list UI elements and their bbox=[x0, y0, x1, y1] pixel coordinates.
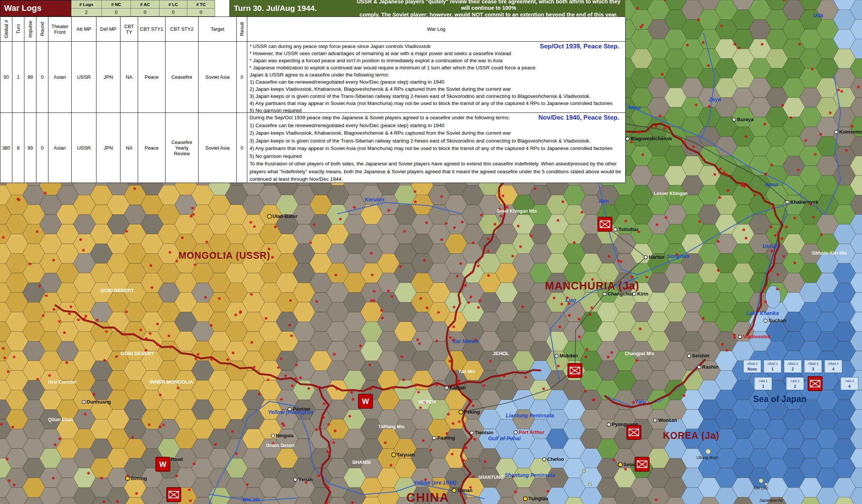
city-marker[interactable] bbox=[445, 386, 448, 390]
city-marker[interactable] bbox=[555, 354, 558, 358]
sea-box-value: 3 bbox=[812, 367, 814, 371]
region-label: Ordos Desert bbox=[266, 443, 295, 448]
col-header-global: Global # bbox=[0, 17, 12, 42]
city-label: Seishin bbox=[692, 353, 709, 358]
city-marker[interactable] bbox=[524, 497, 528, 501]
city-marker[interactable] bbox=[603, 292, 606, 296]
city-seoul[interactable]: Seoul bbox=[618, 462, 637, 467]
water-label: Nen bbox=[599, 198, 609, 204]
city-marker[interactable] bbox=[607, 423, 611, 426]
cell-impulse: 99 bbox=[24, 42, 36, 113]
city-marker[interactable] bbox=[268, 214, 272, 219]
tc-counter-value[interactable]: 0 bbox=[187, 9, 215, 16]
city-label: Ningsia bbox=[276, 433, 294, 438]
water-label: Zeya bbox=[709, 96, 721, 102]
city-marker[interactable] bbox=[459, 410, 463, 414]
city-marker[interactable] bbox=[764, 319, 767, 322]
city-marker[interactable] bbox=[626, 137, 629, 141]
cell-target: Soviet Asia bbox=[199, 113, 237, 183]
city-marker[interactable] bbox=[392, 453, 396, 457]
cell-turn: 1 bbox=[12, 42, 24, 113]
city-label: Peking bbox=[464, 409, 480, 415]
city-marker[interactable] bbox=[786, 201, 789, 204]
city-marker[interactable] bbox=[618, 463, 623, 467]
city-marker[interactable] bbox=[433, 436, 436, 440]
city-marker[interactable] bbox=[82, 400, 86, 404]
city-marker[interactable] bbox=[514, 431, 518, 434]
city-marker[interactable] bbox=[698, 366, 701, 369]
water-label: Xar Meron bbox=[452, 338, 478, 344]
sea-box-allied-2: Allied 22 bbox=[784, 360, 802, 373]
city-changchun[interactable]: Changchun bbox=[603, 291, 635, 297]
city-marker[interactable] bbox=[739, 335, 742, 339]
nc-counter-value[interactable]: 0 bbox=[102, 9, 131, 16]
city-label: Vladivostok bbox=[743, 334, 771, 339]
logs-counter-label: # Logs bbox=[71, 0, 101, 9]
cell-target: Soviet Asia bbox=[199, 42, 237, 113]
cell-attmp: USSR bbox=[72, 42, 96, 113]
cell-result: 0 bbox=[237, 42, 247, 113]
col-header-cbtsty1: CBT STY1 bbox=[138, 17, 165, 42]
city-label: Paotow bbox=[293, 406, 310, 412]
water-label: Songhua bbox=[667, 253, 689, 259]
city-marker[interactable] bbox=[633, 292, 636, 296]
city-port-arthur[interactable]: Port Arthur bbox=[514, 429, 545, 435]
city-blagoveshchensk[interactable]: Blagoveshchensk bbox=[626, 136, 672, 141]
unit-counter-naval[interactable] bbox=[808, 376, 822, 391]
sea-box-axis-1: Axis 11 bbox=[754, 377, 772, 390]
city-dunhuang[interactable]: Dunhuang bbox=[82, 399, 111, 405]
water-label: Amur bbox=[764, 182, 779, 188]
city-label: Komsomolsk bbox=[839, 129, 862, 135]
cell-cbtsty1: Peace bbox=[138, 113, 165, 183]
city-label: Taiyuan bbox=[397, 452, 415, 458]
tc-counter: # TC 0 bbox=[187, 0, 215, 16]
city-khabarovsk[interactable]: Khabarovsk bbox=[786, 199, 819, 205]
war-log-table: Global # Turn Impulse Round Theater Fron… bbox=[0, 16, 625, 183]
city-marker[interactable] bbox=[835, 130, 838, 134]
unit-counter-infantry[interactable] bbox=[635, 457, 649, 471]
city-label: Tsitsihar bbox=[618, 226, 638, 232]
city-marker[interactable] bbox=[654, 419, 657, 422]
unit-counter-infantry[interactable] bbox=[167, 488, 181, 502]
unit-counter-warlord[interactable]: W bbox=[358, 394, 373, 408]
water-label: Uda bbox=[813, 12, 823, 18]
unit-counter-infantry[interactable] bbox=[627, 425, 641, 440]
ac-counter-value[interactable]: 0 bbox=[131, 9, 159, 16]
sea-box-value: 4 bbox=[848, 384, 851, 388]
city-marker[interactable] bbox=[733, 118, 736, 122]
cell-global: 50 bbox=[0, 42, 12, 113]
cell-cbtsty1: Peace bbox=[138, 42, 165, 113]
water-label: Kerulen bbox=[365, 196, 384, 202]
unit-counter-warlord[interactable]: W bbox=[156, 457, 170, 471]
unit-counter-infantry[interactable] bbox=[598, 217, 612, 231]
city-marker[interactable] bbox=[288, 408, 292, 411]
city-marker[interactable] bbox=[543, 458, 546, 461]
city-marker[interactable] bbox=[452, 489, 456, 493]
region-label: SHANTUNG bbox=[478, 475, 504, 480]
unit-counter-hq[interactable] bbox=[568, 363, 582, 378]
city-label: Tsinan bbox=[457, 488, 472, 493]
city-marker[interactable] bbox=[644, 256, 648, 259]
city-marker[interactable] bbox=[614, 228, 617, 231]
city-label: Wonsan bbox=[658, 417, 677, 423]
lc-counter: # LC 0 bbox=[159, 0, 187, 16]
sea-box-section: Allied 0 bbox=[747, 362, 758, 366]
city-marker[interactable] bbox=[271, 434, 275, 438]
city-marker[interactable] bbox=[126, 477, 130, 481]
city-marker[interactable] bbox=[470, 431, 474, 435]
region-label: CHINA bbox=[406, 490, 450, 504]
city-marker[interactable] bbox=[687, 354, 691, 358]
peace-step-annotation: Sep/Oct 1939, Peace Step. bbox=[540, 43, 619, 50]
sea-box-section: Axis 1 bbox=[759, 379, 767, 383]
page-title: War Logs bbox=[0, 0, 71, 16]
city-marker[interactable] bbox=[294, 478, 297, 482]
region-label: Ullung (Kor) bbox=[697, 455, 719, 460]
cell-theater: Asian bbox=[48, 113, 72, 183]
region-label: Lesser Khingan bbox=[654, 191, 687, 196]
lc-counter-value[interactable]: 0 bbox=[159, 9, 187, 16]
city-label: Kalgan bbox=[450, 385, 466, 390]
cell-cbtty: NA bbox=[120, 42, 138, 113]
logs-counter-value[interactable]: 2 bbox=[71, 9, 101, 16]
region-label: Oki (Ja) bbox=[754, 486, 769, 490]
city-vladivostok[interactable]: Vladivostok bbox=[739, 334, 771, 339]
